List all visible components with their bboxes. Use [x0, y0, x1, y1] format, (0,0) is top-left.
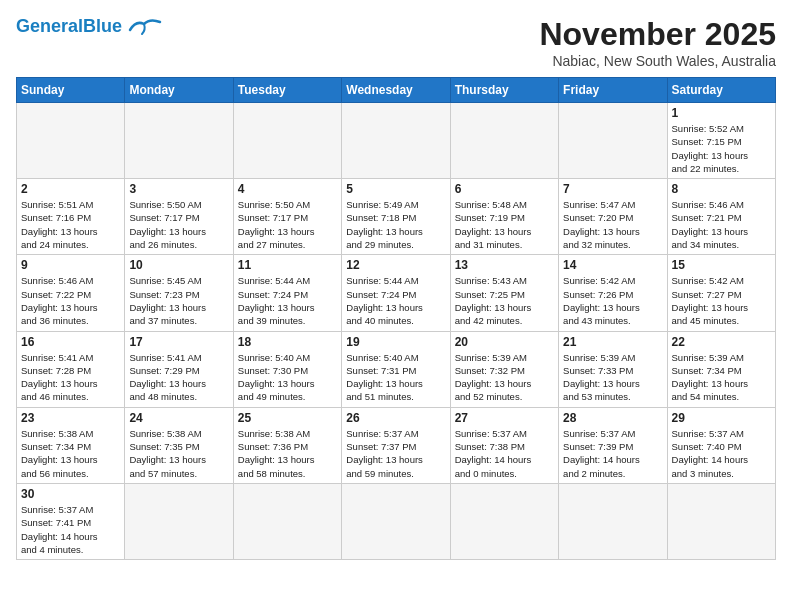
- calendar-cell: [559, 103, 667, 179]
- calendar-week-row: 9Sunrise: 5:46 AM Sunset: 7:22 PM Daylig…: [17, 255, 776, 331]
- day-info: Sunrise: 5:37 AM Sunset: 7:40 PM Dayligh…: [672, 427, 771, 480]
- day-info: Sunrise: 5:37 AM Sunset: 7:38 PM Dayligh…: [455, 427, 554, 480]
- calendar-cell: [559, 483, 667, 559]
- calendar-cell: 23Sunrise: 5:38 AM Sunset: 7:34 PM Dayli…: [17, 407, 125, 483]
- day-number: 10: [129, 258, 228, 272]
- calendar-cell: 25Sunrise: 5:38 AM Sunset: 7:36 PM Dayli…: [233, 407, 341, 483]
- calendar-cell: 15Sunrise: 5:42 AM Sunset: 7:27 PM Dayli…: [667, 255, 775, 331]
- day-number: 7: [563, 182, 662, 196]
- calendar-cell: 22Sunrise: 5:39 AM Sunset: 7:34 PM Dayli…: [667, 331, 775, 407]
- day-info: Sunrise: 5:39 AM Sunset: 7:32 PM Dayligh…: [455, 351, 554, 404]
- calendar-cell: 10Sunrise: 5:45 AM Sunset: 7:23 PM Dayli…: [125, 255, 233, 331]
- logo-general: General: [16, 16, 83, 36]
- calendar-week-row: 1Sunrise: 5:52 AM Sunset: 7:15 PM Daylig…: [17, 103, 776, 179]
- calendar-week-row: 16Sunrise: 5:41 AM Sunset: 7:28 PM Dayli…: [17, 331, 776, 407]
- day-info: Sunrise: 5:42 AM Sunset: 7:27 PM Dayligh…: [672, 274, 771, 327]
- day-info: Sunrise: 5:38 AM Sunset: 7:36 PM Dayligh…: [238, 427, 337, 480]
- day-number: 2: [21, 182, 120, 196]
- day-number: 17: [129, 335, 228, 349]
- day-info: Sunrise: 5:41 AM Sunset: 7:28 PM Dayligh…: [21, 351, 120, 404]
- day-info: Sunrise: 5:50 AM Sunset: 7:17 PM Dayligh…: [238, 198, 337, 251]
- calendar-cell: 7Sunrise: 5:47 AM Sunset: 7:20 PM Daylig…: [559, 179, 667, 255]
- day-number: 28: [563, 411, 662, 425]
- calendar-cell: [233, 483, 341, 559]
- calendar-cell: 19Sunrise: 5:40 AM Sunset: 7:31 PM Dayli…: [342, 331, 450, 407]
- day-number: 11: [238, 258, 337, 272]
- day-number: 22: [672, 335, 771, 349]
- day-info: Sunrise: 5:39 AM Sunset: 7:33 PM Dayligh…: [563, 351, 662, 404]
- day-info: Sunrise: 5:39 AM Sunset: 7:34 PM Dayligh…: [672, 351, 771, 404]
- day-info: Sunrise: 5:44 AM Sunset: 7:24 PM Dayligh…: [238, 274, 337, 327]
- day-number: 14: [563, 258, 662, 272]
- calendar-cell: 26Sunrise: 5:37 AM Sunset: 7:37 PM Dayli…: [342, 407, 450, 483]
- logo-bird-icon: [126, 16, 162, 38]
- calendar-cell: 13Sunrise: 5:43 AM Sunset: 7:25 PM Dayli…: [450, 255, 558, 331]
- calendar-week-row: 23Sunrise: 5:38 AM Sunset: 7:34 PM Dayli…: [17, 407, 776, 483]
- day-info: Sunrise: 5:38 AM Sunset: 7:34 PM Dayligh…: [21, 427, 120, 480]
- page-header: GeneralBlue November 2025 Nabiac, New So…: [16, 16, 776, 69]
- calendar-cell: 11Sunrise: 5:44 AM Sunset: 7:24 PM Dayli…: [233, 255, 341, 331]
- calendar-cell: 12Sunrise: 5:44 AM Sunset: 7:24 PM Dayli…: [342, 255, 450, 331]
- calendar-cell: 21Sunrise: 5:39 AM Sunset: 7:33 PM Dayli…: [559, 331, 667, 407]
- day-number: 24: [129, 411, 228, 425]
- day-number: 19: [346, 335, 445, 349]
- day-number: 27: [455, 411, 554, 425]
- day-info: Sunrise: 5:42 AM Sunset: 7:26 PM Dayligh…: [563, 274, 662, 327]
- day-info: Sunrise: 5:40 AM Sunset: 7:30 PM Dayligh…: [238, 351, 337, 404]
- day-info: Sunrise: 5:52 AM Sunset: 7:15 PM Dayligh…: [672, 122, 771, 175]
- day-number: 30: [21, 487, 120, 501]
- day-info: Sunrise: 5:49 AM Sunset: 7:18 PM Dayligh…: [346, 198, 445, 251]
- day-number: 16: [21, 335, 120, 349]
- day-number: 23: [21, 411, 120, 425]
- calendar-cell: 27Sunrise: 5:37 AM Sunset: 7:38 PM Dayli…: [450, 407, 558, 483]
- day-info: Sunrise: 5:38 AM Sunset: 7:35 PM Dayligh…: [129, 427, 228, 480]
- logo-blue: Blue: [83, 16, 122, 36]
- weekday-header-row: SundayMondayTuesdayWednesdayThursdayFrid…: [17, 78, 776, 103]
- day-info: Sunrise: 5:37 AM Sunset: 7:41 PM Dayligh…: [21, 503, 120, 556]
- day-info: Sunrise: 5:37 AM Sunset: 7:37 PM Dayligh…: [346, 427, 445, 480]
- calendar-cell: 8Sunrise: 5:46 AM Sunset: 7:21 PM Daylig…: [667, 179, 775, 255]
- calendar-cell: 14Sunrise: 5:42 AM Sunset: 7:26 PM Dayli…: [559, 255, 667, 331]
- weekday-header-tuesday: Tuesday: [233, 78, 341, 103]
- day-info: Sunrise: 5:51 AM Sunset: 7:16 PM Dayligh…: [21, 198, 120, 251]
- logo-text: GeneralBlue: [16, 17, 122, 37]
- calendar-cell: [667, 483, 775, 559]
- day-number: 13: [455, 258, 554, 272]
- day-number: 9: [21, 258, 120, 272]
- day-number: 8: [672, 182, 771, 196]
- calendar-cell: 29Sunrise: 5:37 AM Sunset: 7:40 PM Dayli…: [667, 407, 775, 483]
- day-number: 21: [563, 335, 662, 349]
- calendar-cell: 2Sunrise: 5:51 AM Sunset: 7:16 PM Daylig…: [17, 179, 125, 255]
- calendar-cell: 20Sunrise: 5:39 AM Sunset: 7:32 PM Dayli…: [450, 331, 558, 407]
- day-number: 26: [346, 411, 445, 425]
- day-info: Sunrise: 5:47 AM Sunset: 7:20 PM Dayligh…: [563, 198, 662, 251]
- location: Nabiac, New South Wales, Australia: [539, 53, 776, 69]
- day-number: 6: [455, 182, 554, 196]
- calendar-cell: 9Sunrise: 5:46 AM Sunset: 7:22 PM Daylig…: [17, 255, 125, 331]
- day-number: 20: [455, 335, 554, 349]
- day-number: 1: [672, 106, 771, 120]
- weekday-header-friday: Friday: [559, 78, 667, 103]
- day-info: Sunrise: 5:50 AM Sunset: 7:17 PM Dayligh…: [129, 198, 228, 251]
- calendar-cell: 16Sunrise: 5:41 AM Sunset: 7:28 PM Dayli…: [17, 331, 125, 407]
- calendar-week-row: 2Sunrise: 5:51 AM Sunset: 7:16 PM Daylig…: [17, 179, 776, 255]
- day-info: Sunrise: 5:41 AM Sunset: 7:29 PM Dayligh…: [129, 351, 228, 404]
- calendar-cell: 28Sunrise: 5:37 AM Sunset: 7:39 PM Dayli…: [559, 407, 667, 483]
- day-number: 12: [346, 258, 445, 272]
- calendar-cell: 30Sunrise: 5:37 AM Sunset: 7:41 PM Dayli…: [17, 483, 125, 559]
- calendar-cell: [125, 483, 233, 559]
- day-info: Sunrise: 5:43 AM Sunset: 7:25 PM Dayligh…: [455, 274, 554, 327]
- title-block: November 2025 Nabiac, New South Wales, A…: [539, 16, 776, 69]
- weekday-header-sunday: Sunday: [17, 78, 125, 103]
- calendar-week-row: 30Sunrise: 5:37 AM Sunset: 7:41 PM Dayli…: [17, 483, 776, 559]
- day-info: Sunrise: 5:46 AM Sunset: 7:21 PM Dayligh…: [672, 198, 771, 251]
- calendar-cell: 17Sunrise: 5:41 AM Sunset: 7:29 PM Dayli…: [125, 331, 233, 407]
- calendar-cell: 5Sunrise: 5:49 AM Sunset: 7:18 PM Daylig…: [342, 179, 450, 255]
- day-number: 5: [346, 182, 445, 196]
- calendar-cell: 4Sunrise: 5:50 AM Sunset: 7:17 PM Daylig…: [233, 179, 341, 255]
- calendar-cell: [342, 103, 450, 179]
- calendar-table: SundayMondayTuesdayWednesdayThursdayFrid…: [16, 77, 776, 560]
- calendar-cell: [450, 483, 558, 559]
- calendar-cell: 6Sunrise: 5:48 AM Sunset: 7:19 PM Daylig…: [450, 179, 558, 255]
- calendar-cell: [233, 103, 341, 179]
